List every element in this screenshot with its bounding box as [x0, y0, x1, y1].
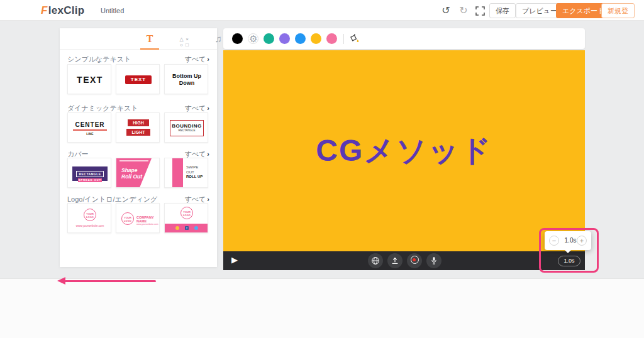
music-icon: ♫ — [214, 33, 221, 44]
facebook-icon: f — [185, 226, 189, 230]
undo-icon[interactable]: ↺ — [439, 4, 453, 18]
template-simple-text-plain[interactable]: TEXT — [67, 64, 111, 94]
text-templates-panel: T △×○□ ♫ ⚙ シンプルなテキスト すべて› TEXT TEXT Bott… — [60, 28, 217, 267]
underline-bar — [73, 129, 107, 131]
duration-plus-button[interactable]: + — [577, 236, 587, 246]
duration-minus-button[interactable]: − — [549, 236, 559, 246]
section-header-cover: カバー すべて› — [67, 150, 209, 158]
signup-button[interactable]: 新規登 — [601, 3, 635, 18]
your-logo-circle: YOURLOGO — [180, 207, 193, 219]
video-canvas[interactable]: CGメソッド — [223, 50, 585, 251]
template-logo-website[interactable]: YOURLOGO www.yourwebsite.com — [67, 203, 111, 233]
template-rectangle-spread-out[interactable]: RECTANGLE SPREAD OUT — [67, 158, 111, 188]
tab-settings[interactable]: ⚙ — [240, 28, 267, 50]
your-logo-circle: YOURLOGO — [121, 212, 134, 225]
globe-icon[interactable] — [368, 253, 383, 268]
upload-icon[interactable] — [387, 253, 402, 268]
swatch-yellow[interactable] — [311, 33, 321, 44]
tab-music[interactable]: ♫ — [204, 28, 232, 50]
active-tab-underline — [140, 48, 159, 50]
section-header-dynamic-text: ダイナミックテキスト すべて› — [67, 104, 209, 112]
canvas-text-layer[interactable]: CGメソッド — [223, 131, 585, 171]
duration-pill-button[interactable]: 1.0s — [558, 256, 580, 266]
fullscreen-icon[interactable] — [473, 4, 487, 18]
color-swatch-toolbar — [223, 28, 585, 49]
flexclip-logo-mark: F — [41, 4, 48, 16]
section-header-simple-text: シンプルなテキスト すべて› — [67, 55, 209, 63]
chevron-right-icon: › — [207, 195, 209, 203]
top-bar: FlexClip Untitled ↺ ↻ 保存 プレビュー エクスポート 新規… — [0, 0, 644, 21]
redo-icon[interactable]: ↻ — [457, 4, 470, 18]
gear-icon: ⚙ — [249, 33, 257, 44]
twitter-icon — [194, 226, 198, 230]
template-simple-text-badge[interactable]: TEXT — [116, 64, 160, 94]
duration-stepper-popup: − 1.0s + — [545, 231, 591, 250]
template-highlight[interactable]: HIGH LIGHT — [116, 112, 160, 143]
template-bottom-up-down[interactable]: Bottom Up Down — [164, 64, 208, 94]
template-bounding-rectangle[interactable]: BOUNDING RECTANGLE — [164, 112, 208, 143]
social-bar: f — [165, 224, 208, 232]
swatch-blue[interactable] — [295, 33, 306, 44]
template-shape-roll-out[interactable]: Shape Roll Out — [116, 158, 160, 188]
panel-tabs: T △×○□ ♫ ⚙ — [60, 28, 217, 50]
tab-elements[interactable]: △×○□ — [170, 28, 198, 50]
swatch-purple[interactable] — [279, 33, 290, 44]
template-swipe-out-roll-up[interactable]: SWIPE OUT ROLL UP — [164, 158, 208, 188]
flexclip-logo[interactable]: FlexClip — [41, 4, 85, 17]
see-all-link[interactable]: すべて› — [185, 55, 209, 64]
microphone-icon[interactable] — [426, 253, 441, 268]
chevron-right-icon: › — [207, 150, 209, 158]
annotation-arrow-line — [65, 280, 156, 282]
pink-bar — [172, 158, 183, 188]
storyboard-timeline: ▶ 1.2m 1 CGメソッド 背景 1.0s 2 Neko Channel #… — [0, 278, 644, 338]
chevron-right-icon: › — [207, 104, 209, 112]
section-header-logo-intro: Logo/イントロ/エンディング すべて› — [67, 195, 209, 204]
elements-icon: △×○□ — [179, 37, 190, 48]
annotation-arrow-head — [57, 277, 65, 285]
save-button[interactable]: 保存 — [489, 3, 516, 18]
swatch-pink[interactable] — [326, 33, 337, 44]
your-logo-circle: YOURLOGO — [84, 209, 96, 221]
template-logo-social[interactable]: YOURLOGO f — [164, 203, 208, 233]
tab-text[interactable]: T — [136, 28, 164, 50]
chevron-right-icon: › — [207, 55, 209, 63]
toolbar-divider — [343, 34, 344, 44]
play-icon[interactable]: ▶ — [231, 255, 238, 264]
record-icon[interactable] — [407, 253, 422, 268]
instagram-icon — [175, 226, 179, 230]
paint-bucket-icon[interactable] — [348, 33, 360, 46]
see-all-link[interactable]: すべて› — [185, 104, 209, 113]
canvas-toolbar: ▶ — [223, 251, 585, 270]
project-title[interactable]: Untitled — [101, 7, 124, 14]
template-logo-company-name[interactable]: YOURLOGO COMPANY NAME www.yourwebsite.co… — [116, 203, 160, 233]
template-center-line[interactable]: CENTER LINE — [67, 112, 111, 143]
